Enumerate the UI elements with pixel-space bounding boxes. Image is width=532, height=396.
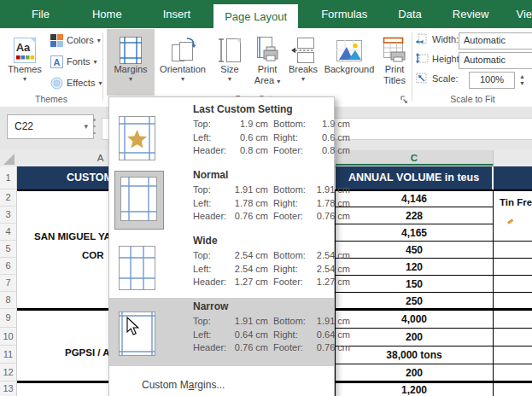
cell-c4[interactable]: 4,165: [336, 227, 493, 239]
tab-home[interactable]: Home: [81, 0, 133, 28]
scale-spinner[interactable]: ▲▼: [517, 72, 528, 89]
row-number[interactable]: 5: [0, 241, 16, 258]
background-label: Background: [322, 64, 377, 75]
colors-icon: [50, 34, 63, 47]
spinner-up-icon[interactable]: ▲: [517, 73, 528, 80]
margin-values: Top:1.9 cmBottom:1.9 cm Left:0.6 cmRight…: [193, 118, 332, 158]
table-border: [493, 191, 494, 396]
print-titles-button[interactable]: Print Titles: [378, 29, 411, 96]
row-number[interactable]: 9: [0, 309, 16, 328]
print-area-label-1: Print: [250, 64, 284, 75]
tab-data[interactable]: Data: [387, 0, 432, 28]
cell-c2[interactable]: 4,146: [336, 193, 493, 205]
cell-a4-line2: COR: [82, 250, 104, 260]
formula-bar-divider: [93, 119, 96, 134]
colors-label: Colors: [67, 35, 94, 45]
cell-c11[interactable]: 38,000 tons: [336, 349, 493, 361]
partial-glyph-fragment: [507, 218, 513, 224]
cell-border: [336, 292, 532, 293]
background-button[interactable]: Background: [322, 29, 377, 96]
orientation-button[interactable]: Orientation ▾: [156, 29, 209, 96]
menu-item-last-custom-setting[interactable]: Last Custom Setting Top:1.9 cmBottom:1.9…: [109, 101, 334, 166]
row-number[interactable]: 13: [0, 381, 16, 396]
row-number[interactable]: 3: [0, 207, 16, 224]
column-header-d[interactable]: [494, 150, 532, 166]
print-area-icon: [250, 29, 284, 64]
tab-review[interactable]: Review: [441, 0, 500, 28]
menu-item-wide[interactable]: Wide Top:2.54 cmBottom:2.54 cm Left:2.54…: [109, 232, 334, 298]
chevron-down-icon: ▾: [84, 115, 88, 137]
margins-dropdown-menu: Last Custom Setting Top:1.9 cmBottom:1.9…: [108, 96, 335, 396]
dropdown-arrow: ▾: [3, 75, 46, 83]
margins-button[interactable]: Margins ▾: [107, 29, 155, 96]
group-separator: [102, 32, 103, 101]
menu-item-narrow[interactable]: Narrow Top:1.91 cmBottom:1.91 cm Left:0.…: [109, 298, 334, 366]
cell-c13[interactable]: 1,200: [336, 384, 493, 396]
row-number[interactable]: 7: [0, 275, 16, 292]
dropdown-arrow: ▾: [107, 75, 155, 83]
menu-item-title: Normal: [193, 169, 228, 181]
cell-c6[interactable]: 120: [336, 261, 493, 273]
orientation-label: Orientation: [156, 64, 209, 75]
margin-values: Top:1.91 cmBottom:1.91 cm Left:1.78 cmRi…: [193, 183, 332, 224]
tab-view[interactable]: View: [505, 0, 532, 28]
themes-button-label: Themes: [3, 64, 46, 75]
margins-wide-icon: [119, 246, 155, 290]
themes-button[interactable]: Aa Themes ▾: [3, 29, 46, 96]
row-number[interactable]: 2: [0, 189, 16, 207]
cell-c9[interactable]: 4,000: [336, 313, 493, 325]
dropdown-arrow: ▾: [156, 75, 209, 83]
cell-c7[interactable]: 150: [336, 278, 493, 290]
orientation-icon: [156, 29, 209, 64]
name-box[interactable]: C22▾: [7, 114, 94, 139]
breaks-icon: [286, 29, 320, 64]
cell-border: [336, 241, 532, 242]
tab-insert[interactable]: Insert: [152, 0, 202, 28]
row-number[interactable]: 12: [0, 364, 16, 381]
row-number[interactable]: 1: [0, 166, 16, 189]
tab-page-layout[interactable]: Page Layout: [213, 4, 298, 28]
scale-width-row: Width:: [416, 33, 459, 44]
height-select[interactable]: Automatic▾: [459, 52, 532, 69]
colors-button[interactable]: Colors▾: [49, 31, 101, 50]
tab-formulas[interactable]: Formulas: [310, 0, 378, 28]
cell-c3[interactable]: 228: [336, 210, 493, 222]
row-number[interactable]: 4: [0, 224, 16, 241]
cell-border: [336, 364, 532, 364]
custom-margins-item[interactable]: Custom Margins...: [142, 379, 225, 391]
height-label: Height:: [432, 54, 462, 64]
spinner-down-icon[interactable]: ▼: [517, 80, 528, 87]
select-all-corner[interactable]: [3, 154, 15, 165]
print-area-label-2: Area: [254, 75, 274, 85]
tab-file[interactable]: File: [20, 0, 61, 28]
scale-row: Scale:: [416, 73, 459, 84]
dropdown-arrow: ▾: [286, 75, 320, 83]
print-area-button[interactable]: Print Area ▾: [250, 29, 284, 96]
fit-height-icon: [416, 53, 429, 64]
group-separator: [412, 32, 412, 101]
header-cell-d1[interactable]: [494, 166, 532, 189]
menu-item-normal[interactable]: Normal Top:1.91 cmBottom:1.91 cm Left:1.…: [109, 166, 334, 232]
themes-icon: Aa: [3, 29, 46, 64]
effects-button[interactable]: Effects▾: [49, 73, 102, 92]
row-number[interactable]: 10: [0, 328, 16, 346]
cell-c10[interactable]: 200: [336, 331, 493, 343]
width-select[interactable]: Automatic▾: [459, 32, 532, 50]
margins-icon: [107, 29, 155, 64]
row-number[interactable]: 11: [0, 346, 16, 364]
cell-c8[interactable]: 250: [336, 295, 493, 307]
scale-input[interactable]: 100%: [469, 72, 515, 89]
scale-icon: [416, 73, 429, 84]
fonts-button[interactable]: A Fonts▾: [49, 52, 97, 71]
ribbon-tab-bar: File Home Insert Page Layout Formulas Da…: [0, 0, 532, 28]
size-button[interactable]: Size ▾: [211, 29, 248, 96]
row-number[interactable]: 8: [0, 292, 16, 309]
row-number[interactable]: 6: [0, 258, 16, 275]
menu-item-title: Last Custom Setting: [193, 103, 293, 115]
scale-height-row: Height:: [416, 53, 462, 64]
cell-c12[interactable]: 200: [336, 367, 493, 379]
breaks-button[interactable]: Breaks ▾: [286, 29, 320, 96]
column-header-c[interactable]: C: [336, 150, 494, 166]
scale-label: Scale:: [432, 73, 459, 84]
cell-c5[interactable]: 450: [336, 244, 493, 256]
